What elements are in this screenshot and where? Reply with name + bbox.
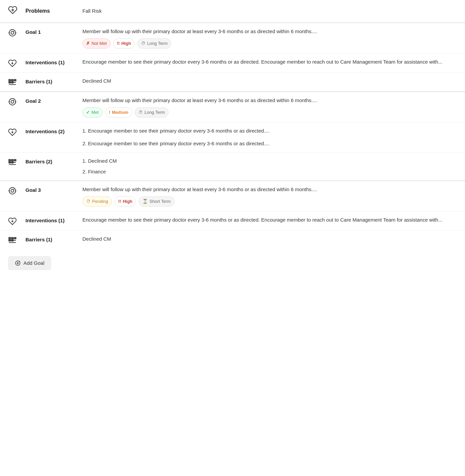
svg-line-36 bbox=[13, 189, 14, 190]
barriers-icon-3 bbox=[8, 235, 25, 245]
intervention-item-2: 2. Encourage member to see their primary… bbox=[82, 140, 457, 148]
barrier-item-1: 1. Declined CM bbox=[82, 157, 457, 165]
goal-badges-2: ✓ Met ! Medium ⏱ Long Term bbox=[82, 107, 457, 117]
interventions-label-2: Interventions (2) bbox=[25, 127, 82, 136]
goal-description-2: Member will follow up with their primary… bbox=[82, 97, 457, 104]
badge-term: ⌛ Short Term bbox=[139, 196, 174, 207]
badge-medium: ! Medium bbox=[105, 107, 132, 117]
badge-not-met: ✗ Not Met bbox=[82, 38, 111, 49]
goals-container: Goal 1 Member will follow up with their … bbox=[0, 23, 465, 249]
interventions-icon-3 bbox=[8, 216, 25, 226]
goal-badges-3: ⏱ Pending !! High ⌛ Short Term bbox=[82, 196, 457, 207]
barriers-label-1: Barriers (1) bbox=[25, 77, 82, 86]
interventions-label-1: Interventions (1) bbox=[25, 58, 82, 67]
intervention-item-1: Encourage member to see their primary do… bbox=[82, 58, 457, 66]
interventions-row-1: Interventions (1) Encourage member to se… bbox=[0, 54, 465, 73]
goal-description-1: Member will follow up with their primary… bbox=[82, 28, 457, 35]
svg-point-2 bbox=[9, 29, 16, 36]
intervention-item-1: 1. Encourage member to see their primary… bbox=[82, 127, 457, 135]
interventions-content-3: Encourage member to see their primary do… bbox=[82, 216, 457, 224]
badge-high: !! High bbox=[113, 38, 135, 49]
goal-group-2: Goal 2 Member will follow up with their … bbox=[0, 92, 465, 181]
interventions-content-1: Encourage member to see their primary do… bbox=[82, 58, 457, 66]
svg-line-6 bbox=[13, 31, 14, 32]
problems-value: Fall Risk bbox=[82, 7, 102, 15]
badge-term: ⏱ Long Term bbox=[137, 38, 171, 49]
badge-term: ⏱ Long Term bbox=[135, 107, 169, 117]
barriers-content-2: 1. Declined CM2. Finance bbox=[82, 157, 457, 176]
interventions-label-3: Interventions (1) bbox=[25, 216, 82, 225]
goal-content-2: Member will follow up with their primary… bbox=[82, 97, 457, 117]
barriers-label-2: Barriers (2) bbox=[25, 157, 82, 166]
goal-label-2: Goal 2 bbox=[25, 97, 82, 105]
svg-line-21 bbox=[13, 100, 14, 101]
goal-icon-2 bbox=[8, 97, 25, 106]
badge-pending: ⏱ Pending bbox=[82, 196, 112, 207]
goal-icon-1 bbox=[8, 28, 25, 37]
add-goal-button[interactable]: Add Goal bbox=[8, 256, 51, 270]
goal-label-1: Goal 1 bbox=[25, 28, 82, 36]
goal-badges-1: ✗ Not Met !! High ⏱ Long Term bbox=[82, 38, 457, 49]
goal-group-3: Goal 3 Member will follow up with their … bbox=[0, 181, 465, 249]
barrier-item-1: Declined CM bbox=[82, 77, 457, 85]
add-goal-label: Add Goal bbox=[23, 260, 45, 266]
goal-row-1: Goal 1 Member will follow up with their … bbox=[0, 23, 465, 54]
interventions-content-2: 1. Encourage member to see their primary… bbox=[82, 127, 457, 148]
barriers-row-1: Barriers (1) Declined CM bbox=[0, 73, 465, 91]
problems-row: Problems Fall Risk bbox=[0, 0, 465, 23]
barriers-row-3: Barriers (1) Declined CM bbox=[0, 231, 465, 249]
interventions-row-2: Interventions (2) 1. Encourage member to… bbox=[0, 123, 465, 153]
interventions-icon-1 bbox=[8, 58, 25, 68]
barriers-row-2: Barriers (2) 1. Declined CM2. Finance bbox=[0, 153, 465, 180]
add-goal-icon bbox=[15, 260, 21, 266]
problems-icon bbox=[8, 5, 25, 17]
badge-met: ✓ Met bbox=[82, 107, 103, 117]
barrier-item-1: Declined CM bbox=[82, 235, 457, 243]
goal-row-2: Goal 2 Member will follow up with their … bbox=[0, 92, 465, 123]
goal-content-1: Member will follow up with their primary… bbox=[82, 28, 457, 49]
badge-high: !! High bbox=[115, 196, 136, 207]
svg-point-32 bbox=[9, 187, 16, 194]
intervention-item-1: Encourage member to see their primary do… bbox=[82, 216, 457, 224]
goal-content-3: Member will follow up with their primary… bbox=[82, 186, 457, 207]
barriers-label-3: Barriers (1) bbox=[25, 235, 82, 244]
barriers-content-1: Declined CM bbox=[82, 77, 457, 85]
interventions-row-3: Interventions (1) Encourage member to se… bbox=[0, 212, 465, 231]
svg-point-17 bbox=[9, 98, 16, 105]
interventions-icon-2 bbox=[8, 127, 25, 137]
barriers-icon-2 bbox=[8, 157, 25, 167]
barriers-icon-1 bbox=[8, 77, 25, 87]
goal-label-3: Goal 3 bbox=[25, 186, 82, 194]
goal-group-1: Goal 1 Member will follow up with their … bbox=[0, 23, 465, 92]
goal-icon-3 bbox=[8, 186, 25, 195]
barriers-content-3: Declined CM bbox=[82, 235, 457, 243]
problems-label: Problems bbox=[25, 7, 82, 15]
goal-row-3: Goal 3 Member will follow up with their … bbox=[0, 181, 465, 212]
goal-description-3: Member will follow up with their primary… bbox=[82, 186, 457, 193]
barrier-item-2: 2. Finance bbox=[82, 168, 457, 176]
